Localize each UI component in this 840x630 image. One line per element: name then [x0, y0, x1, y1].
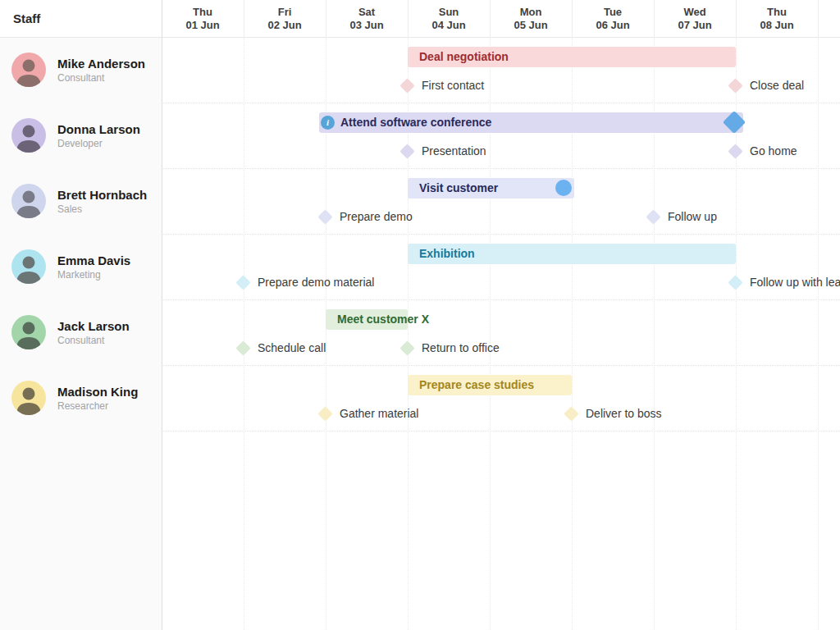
milestone-diamond-icon: [317, 209, 332, 224]
milestone-prepare-demo-material[interactable]: Prepare demo material: [236, 275, 374, 290]
event-bar-visit-customer[interactable]: Visit customer: [408, 178, 574, 199]
milestone-label: Close deal: [750, 79, 804, 92]
event-label: Deal negotiation: [408, 50, 509, 63]
staff-role: Sales: [57, 203, 147, 216]
milestone-diamond-icon: [317, 406, 332, 421]
date-header-cell: Thu 08 Jun: [736, 0, 818, 37]
milestone-label: Prepare demo: [340, 210, 413, 223]
weekday-label: Thu: [162, 6, 244, 19]
date-label: 01 Jun: [162, 19, 244, 32]
event-end-diamond-icon[interactable]: [723, 111, 746, 134]
info-icon[interactable]: i: [321, 116, 335, 130]
row-separator: [162, 431, 840, 431]
milestone-label: First contact: [422, 79, 484, 92]
milestone-schedule-call[interactable]: Schedule call: [236, 340, 326, 355]
event-label: Attend software conference: [319, 116, 491, 129]
milestone-close-deal[interactable]: Close deal: [728, 78, 804, 93]
milestone-label: Gather material: [340, 407, 418, 420]
weekday-label: Wed: [654, 6, 736, 19]
milestone-diamond-icon: [728, 275, 742, 290]
milestone-presentation[interactable]: Presentation: [400, 144, 486, 158]
event-bar-prepare-case-studies[interactable]: Prepare case studies: [408, 375, 572, 395]
event-handle-icon[interactable]: [555, 180, 572, 196]
staff-name: Madison King: [57, 384, 138, 399]
staff-header-label: Staff: [13, 11, 40, 25]
weekday-label: Mon: [490, 6, 572, 19]
weekday-label: Sun: [408, 6, 490, 19]
milestone-follow-up-with-leads[interactable]: Follow up with leads: [728, 275, 840, 290]
milestone-diamond-icon: [399, 144, 414, 158]
person-silhouette-icon: [11, 52, 46, 87]
staff-scheduler: Staff Thu 01 Jun Fri 02 Jun Sat 03 Jun S…: [0, 0, 840, 630]
staff-header-cell: Staff: [0, 0, 162, 37]
staff-name: Jack Larson: [57, 318, 130, 334]
row-separator: [162, 234, 840, 235]
person-silhouette-icon: [11, 118, 46, 153]
grid-column-line: [818, 37, 819, 630]
event-bar-deal-negotiation[interactable]: Deal negotiation: [408, 47, 736, 67]
event-label: Prepare case studies: [408, 378, 534, 391]
milestone-first-contact[interactable]: First contact: [400, 78, 484, 93]
grid-column-line: [244, 37, 244, 630]
event-label: Meet customer X: [326, 313, 429, 326]
milestone-diamond-icon: [728, 78, 742, 93]
milestone-diamond-icon: [235, 275, 250, 290]
milestone-diamond-icon: [235, 340, 250, 355]
row-separator: [162, 103, 840, 103]
staff-row: Madison King Researcher: [0, 365, 162, 431]
avatar: [11, 184, 46, 218]
person-silhouette-icon: [11, 315, 46, 349]
staff-row: Mike Anderson Consultant: [0, 37, 162, 103]
date-label: 06 Jun: [572, 19, 654, 32]
date-label: 03 Jun: [326, 19, 408, 32]
date-header-cell: Mon 05 Jun: [490, 0, 572, 37]
event-label: Exhibition: [408, 247, 475, 260]
weekday-label: Thu: [736, 6, 818, 19]
milestone-diamond-icon: [399, 340, 414, 355]
avatar: [11, 315, 46, 349]
event-bar-meet-customer-x[interactable]: Meet customer X: [326, 309, 408, 330]
row-separator: [162, 365, 840, 366]
staff-role: Researcher: [57, 400, 138, 413]
event-label: Visit customer: [408, 181, 498, 194]
milestone-label: Schedule call: [258, 341, 326, 354]
avatar: [11, 381, 46, 415]
date-header-cell: Tue 06 Jun: [572, 0, 654, 37]
milestone-gather-material[interactable]: Gather material: [318, 406, 418, 421]
milestone-go-home[interactable]: Go home: [728, 144, 797, 158]
weekday-label: Tue: [572, 6, 654, 19]
milestone-deliver-to-boss[interactable]: Deliver to boss: [564, 406, 662, 421]
staff-row: Emma Davis Marketing: [0, 234, 162, 299]
avatar: [11, 118, 46, 153]
date-header-cell: Fri 02 Jun: [244, 0, 326, 37]
weekday-label: Fri: [244, 6, 326, 19]
milestone-label: Follow up: [668, 210, 717, 223]
date-header-cell: Wed 07 Jun: [654, 0, 736, 37]
person-silhouette-icon: [11, 249, 46, 284]
header-separator: [818, 0, 819, 37]
staff-name: Emma Davis: [57, 253, 130, 268]
date-label: 05 Jun: [490, 19, 572, 32]
milestone-label: Prepare demo material: [258, 276, 374, 289]
milestone-diamond-icon: [564, 406, 578, 421]
staff-row: Brett Hornbach Sales: [0, 168, 162, 234]
milestone-follow-up[interactable]: Follow up: [646, 209, 717, 224]
staff-role: Developer: [57, 138, 140, 150]
event-bar-exhibition[interactable]: Exhibition: [408, 244, 736, 264]
date-header-cell: Sun 04 Jun: [408, 0, 490, 37]
milestone-label: Follow up with leads: [750, 276, 840, 289]
milestone-label: Go home: [750, 144, 797, 158]
event-bar-attend-software-conference[interactable]: i Attend software conference: [319, 112, 743, 133]
milestone-label: Presentation: [422, 144, 486, 158]
person-silhouette-icon: [11, 184, 46, 218]
row-separator: [162, 299, 840, 300]
avatar: [11, 249, 46, 284]
milestone-return-to-office[interactable]: Return to office: [400, 340, 500, 355]
staff-timeline-divider: [162, 0, 162, 630]
milestone-diamond-icon: [728, 144, 742, 158]
milestone-diamond-icon: [646, 209, 660, 224]
milestone-prepare-demo[interactable]: Prepare demo: [318, 209, 413, 224]
date-label: 04 Jun: [408, 19, 490, 32]
staff-role: Marketing: [57, 269, 130, 281]
staff-name: Donna Larson: [57, 121, 140, 137]
